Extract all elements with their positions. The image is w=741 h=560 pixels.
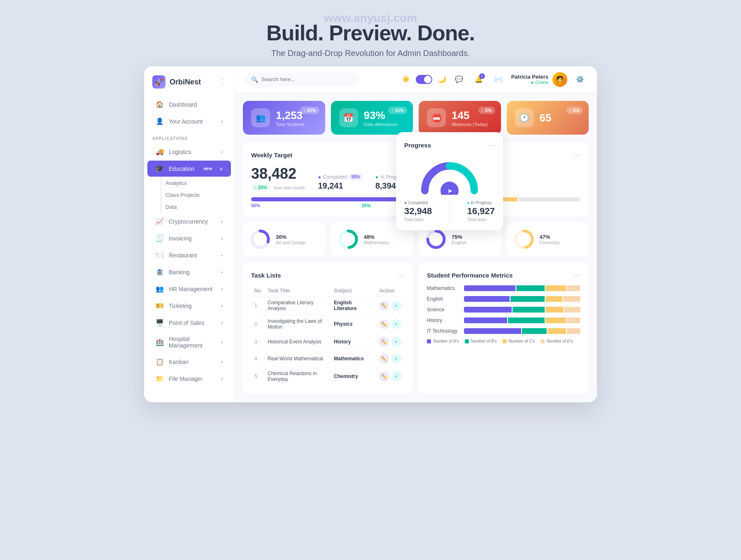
restaurant-arrow-icon: › bbox=[221, 252, 223, 258]
completed-label: Completed bbox=[323, 174, 347, 180]
task-list-menu[interactable]: ⋯ bbox=[397, 271, 405, 280]
user-avatar[interactable]: 🧑 bbox=[552, 72, 567, 87]
theme-toggle[interactable] bbox=[416, 75, 432, 84]
bar-d bbox=[567, 317, 580, 323]
hero-title: Build. Preview. Done. bbox=[266, 21, 475, 45]
sidebar-item-dashboard[interactable]: 🏠 Dashboard bbox=[147, 96, 231, 112]
bar-a bbox=[464, 317, 507, 323]
task-subject: Mathematics bbox=[331, 350, 376, 367]
donut-chemistry-info: 47% Chemistry bbox=[540, 234, 560, 245]
sidebar-item-restaurant-label: Restaurant bbox=[169, 252, 197, 259]
absences-card-icon: 📛 bbox=[427, 108, 446, 127]
legend-b: Number of B's bbox=[465, 339, 497, 343]
donut-math-label: Mathematics bbox=[364, 240, 389, 245]
perf-bar bbox=[464, 307, 580, 313]
sidebar-item-ticketing[interactable]: 🎫 Ticketing › bbox=[147, 298, 231, 314]
sidebar-subitem-data[interactable]: Data bbox=[161, 201, 234, 213]
donut-math-svg bbox=[338, 229, 359, 250]
sidebar-item-restaurant[interactable]: 🍽️ Restaurant › bbox=[147, 247, 231, 263]
completed-dot: ● bbox=[318, 174, 321, 180]
pos-icon: 🖥️ bbox=[156, 319, 164, 327]
students-card-icon: 👥 bbox=[251, 108, 270, 127]
sun-icon: ☀️ bbox=[402, 75, 410, 83]
donut-math-info: 48% Mathematics bbox=[364, 234, 389, 245]
sidebar-item-hr-label: HR Management bbox=[169, 286, 212, 292]
pos-arrow-icon: › bbox=[221, 320, 223, 326]
stat-card-absences: 📛 145 Absences (Today) ↓ 5% bbox=[419, 101, 501, 135]
sidebar-item-point-of-sales[interactable]: 🖥️ Point of Sales › bbox=[147, 315, 231, 331]
perf-label: Mathematics bbox=[427, 285, 460, 291]
check-icon[interactable]: ✓ bbox=[391, 319, 401, 329]
mail-icon: ✉️ bbox=[494, 75, 503, 83]
edit-icon[interactable]: ✏️ bbox=[379, 301, 389, 310]
help-icon-button[interactable]: 💬 bbox=[452, 72, 466, 86]
sidebar-subitem-analytics[interactable]: Analytics bbox=[161, 177, 234, 189]
sidebar-menu-dots[interactable]: ⋮ bbox=[219, 77, 226, 86]
performance-card: Student Performance Metrics ⋯ Mathematic… bbox=[419, 262, 589, 394]
completed-legend-label: Completed bbox=[408, 201, 428, 205]
pending-card-icon: 🕐 bbox=[515, 108, 534, 127]
education-arrow-icon: ∨ bbox=[219, 166, 223, 172]
check-icon[interactable]: ✓ bbox=[391, 301, 401, 310]
perf-row: History bbox=[427, 317, 580, 323]
weekly-target-menu[interactable]: ⋯ bbox=[573, 150, 580, 159]
search-bar[interactable]: 🔍 bbox=[245, 73, 360, 86]
sidebar-item-invoicing[interactable]: 🧾 Invoicing › bbox=[147, 230, 231, 246]
donut-art-value: 30% bbox=[276, 234, 306, 240]
edit-icon[interactable]: ✏️ bbox=[379, 371, 389, 381]
sub-stat-completed: ● Completed 50% 19,241 bbox=[318, 174, 362, 191]
perf-label: English bbox=[427, 296, 460, 302]
sidebar-item-cryptocurrency[interactable]: 📈 Cryptocurrency › bbox=[147, 213, 231, 229]
sidebar-item-hr-management[interactable]: 👥 HR Management › bbox=[147, 281, 231, 297]
hospital-icon: 🏥 bbox=[156, 338, 164, 346]
sidebar-item-education[interactable]: 🎓 Education NEW ∨ bbox=[147, 161, 231, 177]
notification-button[interactable]: 🔔 1 bbox=[472, 72, 486, 86]
sidebar-item-banking[interactable]: 🏦 Banking › bbox=[147, 264, 231, 280]
settings-button[interactable]: ⚙️ bbox=[573, 72, 587, 86]
donut-card-chemistry: 47% Chemistry bbox=[507, 222, 589, 257]
sidebar-item-education-label: Education bbox=[169, 166, 194, 172]
sidebar-subitem-class-projects[interactable]: Class Projects bbox=[161, 189, 234, 201]
task-subject: Physics bbox=[331, 315, 376, 334]
sidebar-item-file-manager[interactable]: 📁 File Manager › bbox=[147, 371, 231, 387]
task-list-header: Task Lists ⋯ bbox=[251, 271, 405, 280]
search-input[interactable] bbox=[261, 76, 353, 82]
perf-row: Mathematics bbox=[427, 285, 580, 291]
stat-cards: 👥 1,253 Total Students ↑ 25% 📅 93% Daily… bbox=[243, 101, 589, 135]
progress-overlay-menu[interactable]: ⋯ bbox=[487, 140, 495, 149]
main-stat: 38,482 ↑ 25% from last month bbox=[251, 165, 305, 191]
progress-completed-sub: Total tasks bbox=[404, 217, 432, 222]
edit-icon[interactable]: ✏️ bbox=[379, 354, 389, 364]
edit-icon[interactable]: ✏️ bbox=[379, 319, 389, 329]
sidebar-item-kanban[interactable]: 📋 Kanban › bbox=[147, 354, 231, 370]
task-list-card: Task Lists ⋯ No Task Title Subject Actio… bbox=[243, 262, 413, 394]
logistics-icon: 🚚 bbox=[156, 148, 164, 156]
invoicing-arrow-icon: › bbox=[221, 236, 223, 241]
gauge-svg: ➤ bbox=[417, 154, 482, 195]
sidebar-item-logistics[interactable]: 🚚 Logistics › bbox=[147, 144, 231, 160]
dashboard-icon: 🏠 bbox=[156, 100, 164, 108]
donut-chemistry-value: 47% bbox=[540, 234, 560, 240]
logo-name: OrbiNest bbox=[170, 78, 201, 86]
sidebar-item-hospital-management[interactable]: 🏥 Hospital Management › bbox=[147, 331, 231, 353]
check-icon[interactable]: ✓ bbox=[391, 354, 401, 364]
check-icon[interactable]: ✓ bbox=[391, 371, 401, 381]
check-icon[interactable]: ✓ bbox=[391, 337, 401, 347]
perf-card-header: Student Performance Metrics ⋯ bbox=[427, 271, 580, 280]
bar-b bbox=[508, 317, 545, 323]
sidebar-item-your-account[interactable]: 👤 Your Account › bbox=[147, 113, 231, 129]
legend-d: Number of D's bbox=[541, 339, 573, 343]
task-table: No Task Title Subject Action 1. Comparat… bbox=[251, 285, 405, 386]
donut-english-value: 75% bbox=[452, 234, 466, 240]
pb-label-25: 25% bbox=[362, 203, 371, 208]
completed-pct: 50% bbox=[349, 174, 362, 180]
perf-title: Student Performance Metrics bbox=[427, 272, 513, 279]
perf-menu[interactable]: ⋯ bbox=[573, 271, 580, 280]
ticketing-arrow-icon: › bbox=[221, 303, 223, 309]
file-manager-icon: 📁 bbox=[156, 375, 164, 383]
mail-button[interactable]: ✉️ bbox=[492, 72, 506, 86]
perf-bar bbox=[464, 285, 580, 291]
edit-icon[interactable]: ✏️ bbox=[379, 337, 389, 347]
search-icon: 🔍 bbox=[251, 76, 258, 83]
perf-row: Science bbox=[427, 307, 580, 313]
